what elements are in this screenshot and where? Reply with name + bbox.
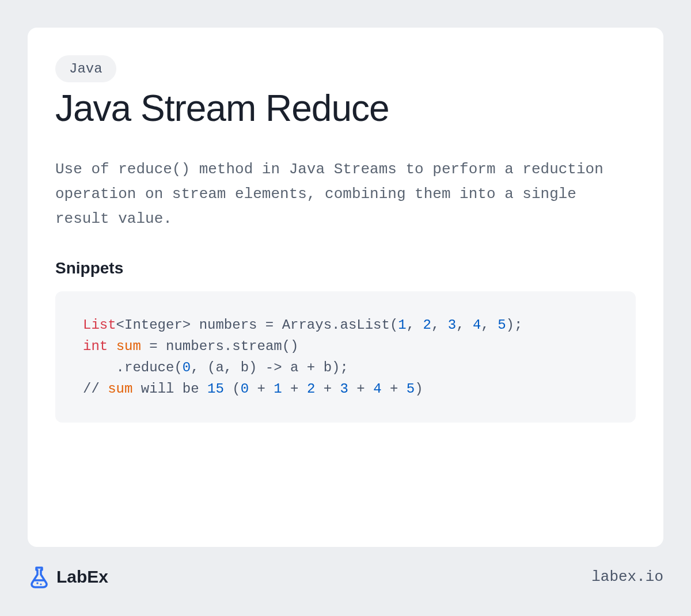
code-snippet: List<Integer> numbers = Arrays.asList(1,… bbox=[55, 291, 636, 423]
code-token: List bbox=[83, 317, 116, 333]
code-token: ); bbox=[506, 317, 523, 333]
footer-url: labex.io bbox=[591, 568, 663, 585]
code-token: 1 bbox=[398, 317, 406, 333]
code-token: 5 bbox=[407, 381, 415, 397]
code-content: List<Integer> numbers = Arrays.asList(1,… bbox=[83, 314, 608, 400]
footer: LabEx labex.io bbox=[28, 547, 663, 588]
language-tag: Java bbox=[55, 55, 116, 82]
content-card: Java Java Stream Reduce Use of reduce() … bbox=[28, 28, 663, 547]
svg-point-0 bbox=[36, 582, 39, 584]
code-token: ( bbox=[224, 381, 241, 397]
code-token: 2 bbox=[423, 317, 431, 333]
code-token: <Integer> numbers = Arrays.asList( bbox=[116, 317, 398, 333]
code-token: int bbox=[83, 339, 108, 354]
code-token bbox=[108, 339, 116, 354]
code-token: , bbox=[456, 317, 473, 333]
code-token: = numbers.stream() bbox=[141, 339, 299, 354]
code-token: , bbox=[431, 317, 448, 333]
snippets-heading: Snippets bbox=[55, 259, 636, 277]
code-token: sum bbox=[108, 381, 132, 397]
code-token: + bbox=[348, 381, 373, 397]
code-token: 5 bbox=[498, 317, 506, 333]
svg-point-1 bbox=[40, 584, 42, 585]
flask-icon bbox=[28, 565, 51, 588]
description-text: Use of reduce() method in Java Streams t… bbox=[55, 157, 636, 231]
code-token: 0 bbox=[183, 360, 191, 375]
code-token: + bbox=[382, 381, 407, 397]
code-token: 0 bbox=[241, 381, 249, 397]
code-token: + bbox=[249, 381, 274, 397]
code-token: , (a, b) -> a + b); bbox=[191, 360, 348, 375]
code-token: sum bbox=[116, 339, 141, 354]
brand-logo: LabEx bbox=[28, 565, 108, 588]
code-token: 2 bbox=[307, 381, 315, 397]
code-token: , bbox=[407, 317, 423, 333]
brand-name: LabEx bbox=[56, 567, 108, 587]
code-token: .reduce( bbox=[83, 360, 183, 375]
code-token: 15 bbox=[207, 381, 224, 397]
code-token: + bbox=[282, 381, 307, 397]
code-token: 4 bbox=[473, 317, 481, 333]
code-token: , bbox=[481, 317, 498, 333]
page-title: Java Stream Reduce bbox=[55, 87, 636, 130]
code-token: 4 bbox=[373, 381, 381, 397]
code-token: + bbox=[315, 381, 340, 397]
code-token: 1 bbox=[274, 381, 282, 397]
code-token: 3 bbox=[340, 381, 348, 397]
code-token: 3 bbox=[448, 317, 456, 333]
code-token: // bbox=[83, 381, 108, 397]
code-token: will be bbox=[132, 381, 207, 397]
code-token: ) bbox=[415, 381, 423, 397]
